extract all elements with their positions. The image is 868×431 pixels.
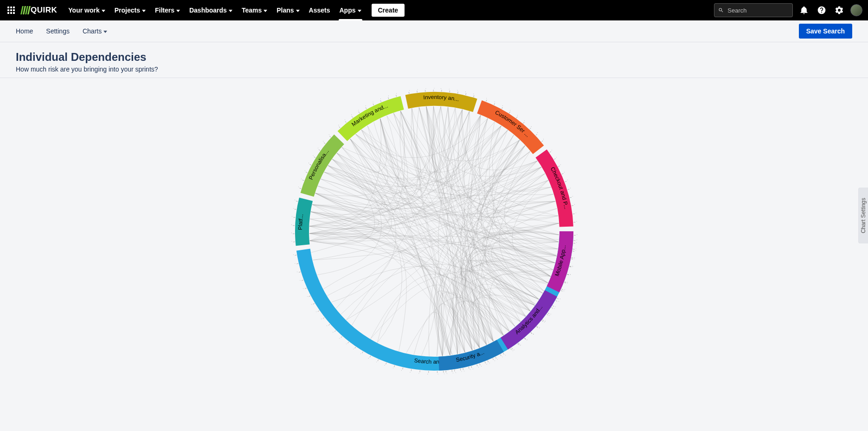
settings-icon[interactable]: [833, 4, 846, 17]
svg-line-44: [454, 370, 455, 372]
svg-line-136: [380, 100, 381, 102]
help-icon[interactable]: [815, 4, 828, 17]
svg-line-58: [394, 366, 394, 367]
svg-line-120: [324, 143, 325, 144]
svg-text:·: ·: [576, 220, 577, 222]
subnav-item-charts[interactable]: Charts: [83, 27, 107, 35]
topnav-item-teams[interactable]: Teams: [237, 0, 272, 20]
svg-line-242: [460, 369, 461, 371]
topnav-item-your-work[interactable]: Your work: [64, 0, 109, 20]
subnav-item-settings[interactable]: Settings: [46, 27, 70, 35]
svg-line-126: [345, 121, 347, 123]
svg-text:·: ·: [519, 344, 522, 346]
topnav-item-projects[interactable]: Projects: [110, 0, 150, 20]
chord-arc-checkout-and-p-[interactable]: [535, 150, 573, 227]
svg-text:·: ·: [443, 373, 446, 374]
svg-text:·: ·: [308, 161, 310, 164]
svg-line-94: [295, 255, 296, 255]
create-button[interactable]: Create: [372, 4, 405, 17]
search-icon: [718, 7, 724, 13]
svg-text:·: ·: [345, 342, 347, 345]
svg-text:·: ·: [558, 300, 560, 303]
svg-text:·: ·: [572, 195, 573, 197]
svg-line-188: [567, 189, 569, 189]
svg-line-80: [317, 311, 319, 312]
svg-text:·: ·: [297, 185, 299, 188]
svg-line-168: [516, 117, 517, 118]
svg-line-220: [541, 320, 543, 322]
svg-text:·: ·: [501, 104, 503, 107]
svg-text:·: ·: [530, 125, 533, 128]
svg-text:·: ·: [391, 367, 394, 369]
user-avatar[interactable]: [850, 4, 862, 16]
svg-line-28: [517, 344, 518, 345]
svg-line-78: [322, 318, 324, 319]
svg-text:·: ·: [291, 240, 292, 242]
chord-links: [309, 106, 559, 356]
svg-line-212: [561, 289, 563, 290]
svg-line-122: [329, 136, 331, 137]
svg-line-158: [473, 95, 474, 97]
svg-line-64: [370, 356, 371, 358]
svg-line-202: [572, 251, 574, 252]
svg-text:·: ·: [543, 320, 546, 323]
svg-line-112: [306, 172, 308, 173]
svg-line-172: [529, 128, 531, 129]
search-input-wrap[interactable]: [714, 3, 793, 17]
chord-arc-platf-[interactable]: [295, 197, 313, 246]
topnav-item-apps[interactable]: Apps: [335, 0, 366, 20]
svg-text:·: ·: [439, 88, 442, 89]
chart-settings-tab[interactable]: Chart Settings: [858, 188, 868, 243]
svg-line-236: [485, 362, 485, 364]
svg-line-68: [354, 347, 355, 348]
svg-line-32: [503, 353, 504, 354]
svg-line-130: [358, 111, 359, 113]
topnav-item-assets[interactable]: Assets: [304, 0, 335, 20]
svg-line-178: [549, 151, 551, 152]
subnav-item-home[interactable]: Home: [16, 27, 33, 35]
topnav-item-dashboards[interactable]: Dashboards: [185, 0, 237, 20]
svg-line-62: [378, 359, 379, 361]
svg-text:·: ·: [417, 373, 420, 374]
svg-text:·: ·: [328, 133, 330, 136]
chevron-down-icon: [296, 10, 300, 12]
svg-text:·: ·: [408, 372, 411, 373]
svg-text:·: ·: [294, 262, 296, 265]
svg-text:·: ·: [472, 93, 475, 95]
svg-text:·: ·: [359, 353, 362, 355]
svg-text:·: ·: [477, 366, 480, 368]
svg-line-232: [500, 354, 501, 356]
svg-line-18: [547, 313, 549, 313]
topnav-item-filters[interactable]: Filters: [150, 0, 185, 20]
save-search-button[interactable]: Save Search: [799, 24, 852, 39]
topnav-item-plans[interactable]: Plans: [272, 0, 304, 20]
svg-line-234: [493, 358, 494, 360]
svg-text:·: ·: [366, 357, 369, 359]
svg-text:·: ·: [291, 215, 293, 218]
brand-logo[interactable]: QUIRK: [21, 6, 57, 15]
svg-text:·: ·: [501, 356, 504, 358]
page-header: Individual Dependencies How much risk ar…: [0, 42, 868, 78]
svg-line-244: [451, 370, 452, 372]
svg-text:·: ·: [526, 339, 528, 341]
svg-line-76: [328, 324, 330, 326]
notifications-icon[interactable]: [797, 4, 810, 17]
svg-text:·: ·: [291, 223, 292, 226]
svg-text:·: ·: [572, 265, 573, 268]
svg-line-170: [523, 122, 524, 124]
svg-text:·: ·: [567, 281, 569, 283]
svg-line-2: [572, 249, 574, 249]
svg-line-24: [531, 333, 532, 334]
chord-arc-mobile-app-[interactable]: [547, 231, 573, 293]
search-input[interactable]: [727, 7, 789, 14]
chevron-down-icon: [176, 10, 180, 12]
svg-text:·: ·: [469, 369, 471, 370]
svg-line-240: [469, 367, 469, 369]
svg-text:·: ·: [564, 288, 566, 291]
svg-text:·: ·: [573, 203, 575, 206]
chord-arc-marketing-and-[interactable]: [337, 96, 404, 141]
svg-text:·: ·: [513, 349, 515, 351]
chord-diagram[interactable]: Search and Discovery····················…: [272, 83, 597, 380]
svg-line-224: [530, 333, 532, 334]
app-switcher-icon[interactable]: [6, 5, 17, 16]
